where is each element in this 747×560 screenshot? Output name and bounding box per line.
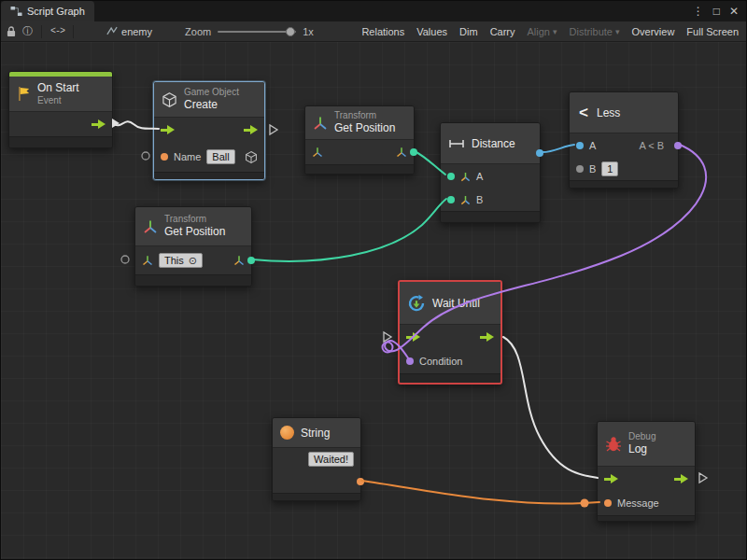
node-title: Log [628, 442, 655, 455]
node-header: Transform Get Position [305, 106, 414, 140]
window-maximize-button[interactable]: □ [713, 6, 720, 17]
flow-input-port[interactable] [604, 474, 618, 483]
node-footer [135, 274, 251, 286]
input-row-a: A A < B [570, 133, 678, 158]
node-title: Get Position [334, 121, 395, 134]
zoom-slider[interactable] [218, 31, 296, 33]
unconnected-flow-output-triangle[interactable] [699, 473, 707, 483]
title-bar: Script Graph ⋮ □ ✕ [1, 1, 746, 21]
window-close-button[interactable]: ✕ [729, 6, 739, 17]
condition-input-port[interactable] [406, 357, 414, 365]
script-graph-window: Script Graph ⋮ □ ✕ ⓘ <-> enemy Zoom [0, 0, 747, 560]
vector-icon [460, 172, 471, 182]
string-value-field[interactable]: Waited! [308, 452, 354, 467]
cube-icon [162, 91, 177, 108]
node-category: Transform [334, 110, 395, 121]
wire-getposition2-to-distance-b[interactable] [252, 199, 446, 261]
align-label: Align [528, 26, 550, 37]
input-a-port[interactable] [576, 142, 584, 149]
node-wait-until[interactable]: Wait Until Condition [398, 280, 502, 385]
transform-icon [313, 116, 328, 131]
transform-input-port[interactable] [312, 147, 323, 158]
port-row [598, 467, 695, 491]
input-a-port[interactable] [447, 173, 455, 180]
unconnected-value-socket[interactable] [121, 256, 129, 263]
port-row [305, 140, 414, 164]
dim-button[interactable]: Dim [459, 26, 478, 37]
input-row-b: B [441, 189, 540, 211]
wire-end-dot [581, 499, 589, 508]
distribute-button[interactable]: Distribute ▾ [570, 26, 620, 37]
node-less[interactable]: < Less A A < B B 1 [569, 91, 679, 189]
bug-icon [605, 437, 622, 452]
toolbar-separator [41, 25, 42, 38]
game-object-output-port[interactable] [245, 150, 258, 164]
unconnected-value-socket[interactable] [142, 152, 149, 160]
flow-output-port[interactable] [244, 125, 258, 134]
node-footer [570, 180, 678, 188]
connector-icon[interactable]: <-> [50, 26, 64, 36]
flag-icon [17, 86, 31, 102]
object-picker-icon[interactable]: ⊙ [189, 256, 197, 266]
node-footer [441, 211, 540, 222]
name-input-port[interactable] [161, 153, 168, 161]
lock-icon[interactable] [7, 26, 16, 37]
flow-output-port[interactable] [92, 119, 106, 129]
position-output-icon [396, 147, 407, 158]
position-output-icon [233, 255, 245, 266]
input-b-port[interactable] [447, 196, 455, 203]
node-category: Debug [628, 431, 655, 442]
script-graph-icon [10, 6, 22, 17]
graph-canvas[interactable]: On Start Event Game Object Create [1, 42, 746, 559]
target-value-field[interactable]: This ⊙ [159, 253, 203, 268]
node-on-start-event[interactable]: On Start Event [8, 71, 113, 148]
port-row [9, 112, 112, 136]
input-b-label: B [589, 163, 596, 175]
window-menu-button[interactable]: ⋮ [693, 6, 704, 17]
input-b-port[interactable] [576, 165, 584, 173]
node-create-game-object[interactable]: Game Object Create Name Ball [153, 81, 265, 180]
distance-output-port[interactable] [536, 149, 543, 157]
info-icon[interactable]: ⓘ [22, 24, 33, 38]
position-output-port[interactable] [410, 148, 417, 156]
wire-waituntil-to-debuglog[interactable] [503, 337, 598, 478]
node-header: Distance [441, 123, 540, 164]
node-string-literal[interactable]: String Waited! [272, 417, 361, 501]
node-title: Create [184, 98, 239, 111]
align-button[interactable]: Align ▾ [528, 26, 557, 37]
node-subtitle: Event [37, 95, 79, 106]
overview-button[interactable]: Overview [632, 26, 675, 37]
node-debug-log[interactable]: Debug Log Message [597, 421, 696, 522]
wire-string-to-debuglog-message[interactable] [361, 481, 599, 504]
node-get-position-2[interactable]: Transform Get Position This ⊙ [134, 206, 252, 287]
flow-output-port[interactable] [674, 474, 688, 483]
flow-input-port[interactable] [161, 125, 175, 134]
result-output-port[interactable] [674, 142, 682, 149]
flow-output-port[interactable] [480, 332, 494, 342]
graph-reference[interactable]: enemy [106, 26, 152, 37]
string-output-port[interactable] [357, 478, 364, 485]
transform-input-port[interactable] [142, 255, 153, 266]
node-distance[interactable]: Distance A B [440, 122, 541, 223]
fullscreen-button[interactable]: Full Screen [686, 26, 739, 37]
message-input-port[interactable] [604, 499, 612, 507]
values-button[interactable]: Values [416, 26, 447, 37]
relations-button[interactable]: Relations [361, 26, 404, 37]
wire-onstart-to-create[interactable] [113, 121, 159, 129]
node-footer [598, 515, 695, 521]
name-value-field[interactable]: Ball [206, 149, 234, 164]
node-footer [9, 136, 112, 147]
unconnected-flow-input-triangle[interactable] [384, 332, 391, 342]
zoom-slider-knob[interactable] [286, 27, 295, 36]
transform-icon [143, 219, 158, 234]
node-title: String [301, 427, 330, 440]
b-value-field[interactable]: 1 [601, 161, 618, 176]
unconnected-flow-output-triangle[interactable] [270, 125, 277, 134]
node-get-position-1[interactable]: Transform Get Position [304, 105, 415, 175]
position-output-port[interactable] [247, 257, 255, 264]
tab-script-graph[interactable]: Script Graph [1, 1, 94, 21]
message-label: Message [617, 497, 659, 509]
wire-loop-knot [383, 343, 393, 353]
flow-input-port[interactable] [406, 332, 420, 342]
carry-button[interactable]: Carry [490, 26, 515, 37]
